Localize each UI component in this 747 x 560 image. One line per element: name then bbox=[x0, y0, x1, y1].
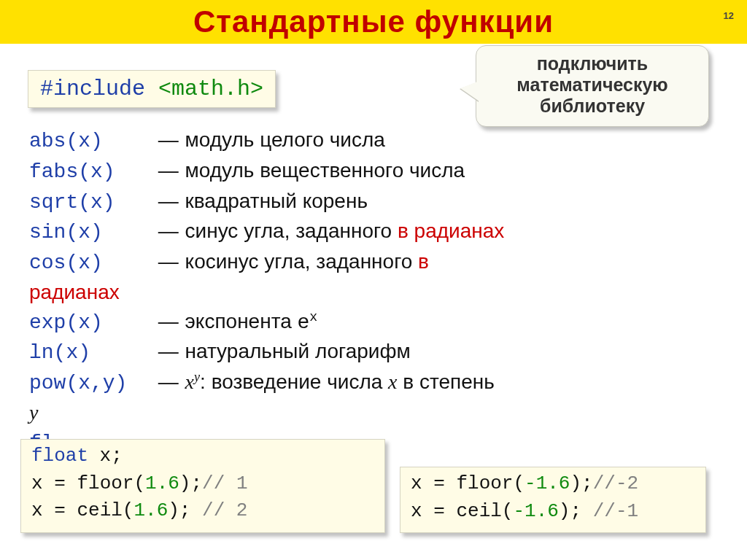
row-ln: ln(x) — натуральный логарифм bbox=[29, 337, 708, 368]
dash: — bbox=[158, 125, 179, 155]
pow-sup: y bbox=[194, 370, 200, 384]
callout-line2: математическую bbox=[516, 74, 667, 95]
func-sqrt: sqrt(x) bbox=[29, 188, 152, 217]
func-ln: ln(x) bbox=[29, 338, 152, 368]
cmt-1: // 1 bbox=[202, 472, 247, 494]
func-pow: pow(x,y) bbox=[29, 369, 152, 398]
row-sqrt: sqrt(x) — квадратный корень bbox=[29, 187, 708, 217]
eq2: = bbox=[43, 499, 77, 521]
exp-sup: x bbox=[309, 309, 317, 324]
lhs-x2: x bbox=[31, 499, 43, 521]
lhs-xr1: x bbox=[411, 472, 422, 494]
desc-sqrt: квадратный корень bbox=[185, 190, 368, 212]
pow-mid: : возведение числа bbox=[200, 370, 388, 393]
row-exp: exp(x) — экспонента ex bbox=[29, 307, 708, 338]
desc-sin-red: в радианах bbox=[398, 219, 504, 242]
function-list: abs(x) — модуль целого числа fabs(x) — м… bbox=[29, 125, 708, 488]
eqr2: = bbox=[422, 500, 457, 522]
dash: — bbox=[158, 337, 179, 366]
desc-fabs: модуль вещественного числа bbox=[185, 159, 465, 182]
call-ceil2: ceil( bbox=[456, 500, 513, 522]
row-fabs: fabs(x) — модуль вещественного числа bbox=[29, 156, 708, 187]
include-directive: #include bbox=[40, 77, 145, 101]
code-right-line1: x = floor(-1.6);//-2 bbox=[411, 470, 695, 498]
dash: — bbox=[158, 187, 179, 216]
row-sin: sin(x) — синус угла, заданного в радиана… bbox=[29, 217, 708, 247]
row-abs: abs(x) — модуль целого числа bbox=[29, 125, 708, 156]
callout-tail-icon bbox=[460, 81, 479, 101]
func-cos: cos(x) bbox=[29, 249, 152, 278]
include-header: <math.h> bbox=[158, 77, 263, 101]
lit-neg16b: -1.6 bbox=[513, 500, 558, 522]
lit-neg16: -1.6 bbox=[525, 472, 570, 494]
dash: — bbox=[158, 247, 179, 276]
title-bar: Стандартные функции 12 bbox=[0, 0, 747, 44]
close2: ); bbox=[168, 499, 202, 521]
closer1: ); bbox=[570, 472, 592, 494]
page-number: 12 bbox=[724, 10, 734, 21]
include-box: #include <math.h> bbox=[28, 70, 276, 108]
code-box-right: x = floor(-1.6);//-2 x = ceil(-1.6); //-… bbox=[400, 467, 706, 533]
closer2: ); bbox=[559, 500, 593, 522]
callout-line3: библиотеку bbox=[540, 96, 645, 116]
desc-exp: экспонента bbox=[185, 310, 298, 332]
dash: — bbox=[158, 217, 179, 246]
callout-line1: подключить bbox=[537, 53, 649, 74]
func-sin: sin(x) bbox=[29, 218, 152, 247]
desc-sin-pre: синус угла, заданного bbox=[185, 219, 398, 242]
call-floor2: floor( bbox=[456, 472, 525, 494]
callout-bubble: подключить математическую библиотеку bbox=[476, 45, 709, 127]
lit-1-6b: 1.6 bbox=[133, 499, 168, 521]
desc-cos-red-inline: в bbox=[418, 250, 429, 273]
kw-float: float bbox=[31, 445, 88, 467]
eq1: = bbox=[43, 472, 77, 494]
desc-ln: натуральный логарифм bbox=[185, 340, 411, 362]
lit-1-6: 1.6 bbox=[145, 472, 179, 494]
row-pow: pow(x,y) — xy: возведение числа x в степ… bbox=[29, 368, 708, 427]
code-right-line2: x = ceil(-1.6); //-1 bbox=[411, 498, 695, 526]
cmt-2: // 2 bbox=[202, 499, 247, 521]
pow-base: x bbox=[185, 370, 194, 393]
func-abs: abs(x) bbox=[29, 127, 152, 156]
var-x-decl: x; bbox=[88, 445, 123, 467]
dash: — bbox=[158, 307, 179, 336]
callout-text: подключить математическую библиотеку bbox=[489, 53, 695, 116]
pow-var-x: x bbox=[388, 370, 397, 393]
code-left-line3: x = ceil(1.6); // 2 bbox=[31, 497, 374, 525]
row-cos: cos(x) — косинус угла, заданного в радиа… bbox=[29, 247, 708, 307]
call-floor1: floor( bbox=[77, 472, 145, 494]
desc-cos-red-wrap: радианах bbox=[29, 281, 120, 303]
pow-end: в степень bbox=[398, 370, 495, 393]
dash: — bbox=[158, 156, 179, 185]
cmt-neg2: //-2 bbox=[593, 472, 638, 494]
pow-var-y: y bbox=[29, 401, 38, 424]
desc-cos-pre: косинус угла, заданного bbox=[185, 250, 419, 273]
func-fabs: fabs(x) bbox=[29, 158, 152, 187]
desc-abs: модуль целого числа bbox=[185, 128, 385, 151]
lhs-x1: x bbox=[31, 472, 43, 494]
code-left-line1: float x; bbox=[31, 443, 374, 470]
close1: ); bbox=[179, 472, 202, 494]
cmt-neg1: //-1 bbox=[593, 500, 638, 522]
code-box-left: float x; x = floor(1.6);// 1 x = ceil(1.… bbox=[20, 439, 385, 533]
exp-e: e bbox=[298, 311, 310, 334]
code-left-line2: x = floor(1.6);// 1 bbox=[31, 470, 374, 498]
func-exp: exp(x) bbox=[29, 308, 152, 338]
page-title: Стандартные функции bbox=[193, 4, 554, 39]
eqr1: = bbox=[422, 472, 457, 494]
lhs-xr2: x bbox=[411, 500, 422, 522]
dash: — bbox=[158, 368, 179, 397]
call-ceil1: ceil( bbox=[77, 499, 133, 521]
